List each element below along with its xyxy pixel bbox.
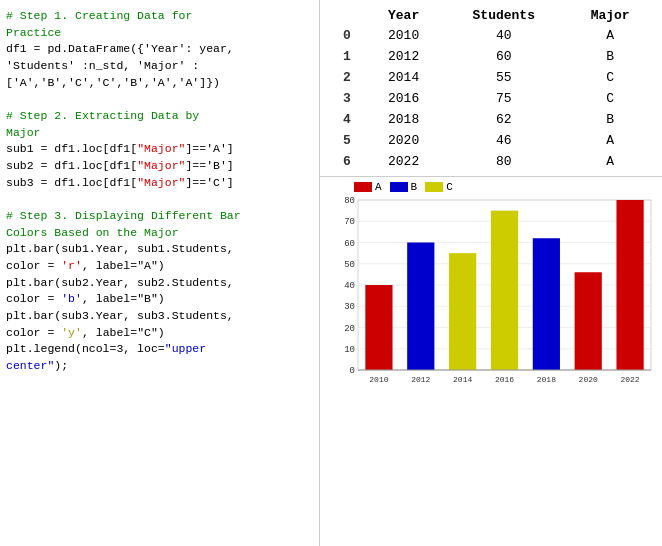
code-line-5: ['A','B','C','C','B','A','A']}) xyxy=(6,75,313,92)
svg-text:0: 0 xyxy=(350,366,355,376)
code-line-4: 'Students' :n_std, 'Major' : xyxy=(6,58,313,75)
col-header-index xyxy=(328,4,366,25)
svg-text:60: 60 xyxy=(344,239,355,249)
code-line-19: plt.legend(ncol=3, loc="upper xyxy=(6,341,313,358)
svg-text:20: 20 xyxy=(344,324,355,334)
code-line-blank1 xyxy=(6,91,313,108)
cell-index: 4 xyxy=(328,109,366,130)
cell-year: 2018 xyxy=(366,109,441,130)
code-line-blank2 xyxy=(6,191,313,208)
svg-text:70: 70 xyxy=(344,217,355,227)
code-line-12: Colors Based on the Major xyxy=(6,225,313,242)
code-line-20: center"); xyxy=(6,358,313,375)
code-panel: # Step 1. Creating Data for Practice df1… xyxy=(0,0,320,546)
table-row: 6 2022 80 A xyxy=(328,151,654,172)
svg-text:2010: 2010 xyxy=(369,375,388,384)
legend-label-c: C xyxy=(446,181,453,193)
cell-major: B xyxy=(566,46,654,67)
bar-2018 xyxy=(533,238,560,370)
cell-students: 75 xyxy=(441,88,566,109)
bar-2016 xyxy=(491,211,518,370)
code-line-2: Practice xyxy=(6,25,313,42)
code-line-8: sub1 = df1.loc[df1["Major"]=='A'] xyxy=(6,141,313,158)
svg-text:50: 50 xyxy=(344,260,355,270)
cell-index: 1 xyxy=(328,46,366,67)
cell-year: 2016 xyxy=(366,88,441,109)
legend-item-c: C xyxy=(425,181,453,193)
legend-item-a: A xyxy=(354,181,382,193)
cell-major: A xyxy=(566,130,654,151)
bar-2012 xyxy=(407,243,434,371)
cell-major: A xyxy=(566,25,654,46)
code-line-14: color = 'r', label="A") xyxy=(6,258,313,275)
code-line-11: # Step 3. Displaying Different Bar xyxy=(6,208,313,225)
cell-major: A xyxy=(566,151,654,172)
chart-section: A B C 0102030405060708020102012201420162… xyxy=(320,177,662,546)
cell-major: C xyxy=(566,67,654,88)
svg-text:80: 80 xyxy=(344,196,355,206)
bar-chart: 0102030405060708020102012201420162018202… xyxy=(324,195,658,390)
table-body: 0 2010 40 A 1 2012 60 B 2 2014 55 C 3 20… xyxy=(328,25,654,172)
bar-2020 xyxy=(575,272,602,370)
cell-major: B xyxy=(566,109,654,130)
svg-text:2016: 2016 xyxy=(495,375,514,384)
cell-index: 5 xyxy=(328,130,366,151)
code-line-13: plt.bar(sub1.Year, sub1.Students, xyxy=(6,241,313,258)
code-line-3: df1 = pd.DataFrame({'Year': year, xyxy=(6,41,313,58)
cell-students: 46 xyxy=(441,130,566,151)
table-header-row: Year Students Major xyxy=(328,4,654,25)
cell-index: 0 xyxy=(328,25,366,46)
cell-index: 2 xyxy=(328,67,366,88)
code-line-15: plt.bar(sub2.Year, sub2.Students, xyxy=(6,275,313,292)
code-line-7: Major xyxy=(6,125,313,142)
svg-text:2014: 2014 xyxy=(453,375,472,384)
legend-label-b: B xyxy=(411,181,418,193)
cell-index: 3 xyxy=(328,88,366,109)
code-line-1: # Step 1. Creating Data for xyxy=(6,8,313,25)
svg-text:10: 10 xyxy=(344,345,355,355)
right-panel: Year Students Major 0 2010 40 A 1 2012 6… xyxy=(320,0,662,546)
data-table-section: Year Students Major 0 2010 40 A 1 2012 6… xyxy=(320,0,662,177)
table-row: 5 2020 46 A xyxy=(328,130,654,151)
cell-students: 62 xyxy=(441,109,566,130)
col-header-year: Year xyxy=(366,4,441,25)
legend-label-a: A xyxy=(375,181,382,193)
chart-legend: A B C xyxy=(354,181,658,193)
legend-color-c xyxy=(425,182,443,192)
code-line-10: sub3 = df1.loc[df1["Major"]=='C'] xyxy=(6,175,313,192)
table-row: 2 2014 55 C xyxy=(328,67,654,88)
code-line-16: color = 'b', label="B") xyxy=(6,291,313,308)
col-header-students: Students xyxy=(441,4,566,25)
code-line-6: # Step 2. Extracting Data by xyxy=(6,108,313,125)
cell-year: 2012 xyxy=(366,46,441,67)
bar-2014 xyxy=(449,253,476,370)
svg-text:2012: 2012 xyxy=(411,375,430,384)
data-table: Year Students Major 0 2010 40 A 1 2012 6… xyxy=(328,4,654,172)
code-line-18: color = 'y', label="C") xyxy=(6,325,313,342)
cell-students: 80 xyxy=(441,151,566,172)
svg-text:2020: 2020 xyxy=(579,375,598,384)
bar-2022 xyxy=(616,200,643,370)
svg-text:2018: 2018 xyxy=(537,375,556,384)
cell-year: 2010 xyxy=(366,25,441,46)
legend-color-b xyxy=(390,182,408,192)
cell-students: 40 xyxy=(441,25,566,46)
table-row: 3 2016 75 C xyxy=(328,88,654,109)
cell-students: 55 xyxy=(441,67,566,88)
table-row: 1 2012 60 B xyxy=(328,46,654,67)
bar-2010 xyxy=(365,285,392,370)
code-line-9: sub2 = df1.loc[df1["Major"]=='B'] xyxy=(6,158,313,175)
table-row: 0 2010 40 A xyxy=(328,25,654,46)
svg-text:2022: 2022 xyxy=(620,375,639,384)
col-header-major: Major xyxy=(566,4,654,25)
legend-item-b: B xyxy=(390,181,418,193)
cell-major: C xyxy=(566,88,654,109)
cell-index: 6 xyxy=(328,151,366,172)
cell-year: 2020 xyxy=(366,130,441,151)
cell-students: 60 xyxy=(441,46,566,67)
svg-text:40: 40 xyxy=(344,281,355,291)
cell-year: 2022 xyxy=(366,151,441,172)
legend-color-a xyxy=(354,182,372,192)
code-line-17: plt.bar(sub3.Year, sub3.Students, xyxy=(6,308,313,325)
cell-year: 2014 xyxy=(366,67,441,88)
